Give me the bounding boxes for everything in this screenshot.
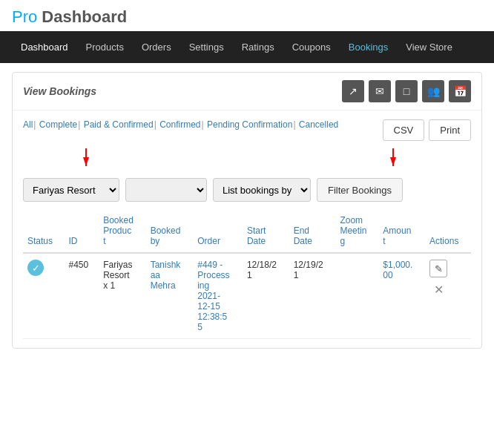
site-title-plain: Pro: [12, 7, 42, 26]
col-end-date: EndDate: [289, 209, 336, 253]
calendar-icon: 📅: [454, 85, 467, 97]
cell-amount: $1,000.00: [378, 253, 425, 339]
bookings-table: Status ID BookedProduct Bookedby Order S…: [23, 209, 471, 339]
filter-controls: Fariyas Resort List bookings by Filter B…: [23, 178, 471, 202]
delete-button[interactable]: ✕: [429, 280, 447, 298]
site-title: Pro Dashboard: [12, 7, 482, 27]
cell-id: #450: [64, 253, 99, 339]
status-confirmed-icon: ✓: [27, 260, 44, 276]
cell-start-date: 12/18/21: [243, 253, 289, 339]
booked-by-name: TanishkaaMehra: [151, 260, 181, 291]
action-icons: ✎ ✕: [429, 260, 467, 298]
email-icon-btn[interactable]: ✉: [369, 80, 391, 102]
col-id: ID: [64, 209, 99, 253]
view-bookings-panel: View Bookings ↗ ✉ □ 👥 📅: [12, 72, 482, 349]
edit-button[interactable]: ✎: [429, 260, 447, 277]
box-icon-btn[interactable]: □: [395, 80, 418, 102]
csv-button[interactable]: CSV: [383, 119, 425, 141]
filter-confirmed[interactable]: Confirmed: [159, 119, 200, 130]
edit-icon: ✎: [435, 263, 443, 274]
col-booked-by: Bookedby: [146, 209, 194, 253]
calendar-icon-btn[interactable]: 📅: [449, 80, 471, 102]
print-button[interactable]: Print: [429, 119, 471, 141]
list-by-select[interactable]: List bookings by: [213, 178, 311, 202]
site-header: Pro Dashboard: [0, 0, 494, 31]
col-actions: Actions: [425, 209, 471, 253]
cell-status: ✓: [23, 253, 64, 339]
users-icon-btn[interactable]: 👥: [422, 80, 444, 102]
nav-item-coupons[interactable]: Coupons: [283, 31, 340, 63]
filter-pending[interactable]: Pending Confirmation: [207, 119, 292, 130]
nav-item-products[interactable]: Products: [77, 31, 133, 63]
panel-header: View Bookings ↗ ✉ □ 👥 📅: [13, 73, 481, 111]
filter-all[interactable]: All: [23, 119, 33, 130]
right-arrow-annotation: [375, 148, 412, 171]
filter-links: All| Complete| Paid & Confirmed| Confirm…: [23, 119, 338, 130]
col-booked-product: BookedProduct: [99, 209, 146, 253]
external-link-icon-btn[interactable]: ↗: [342, 80, 364, 102]
site-title-bold: Dashboard: [42, 7, 127, 26]
col-status: Status: [23, 209, 64, 253]
main-nav: Dashboard Products Orders Settings Ratin…: [0, 31, 494, 63]
nav-item-view-store[interactable]: View Store: [397, 31, 461, 63]
nav-item-orders[interactable]: Orders: [133, 31, 180, 63]
external-link-icon: ↗: [349, 85, 358, 97]
secondary-select[interactable]: [125, 178, 207, 202]
filter-bookings-button[interactable]: Filter Bookings: [317, 178, 403, 202]
nav-item-dashboard[interactable]: Dashboard: [12, 31, 77, 63]
cell-booked-by: TanishkaaMehra: [146, 253, 194, 339]
cell-booked-product: FariyasResortx 1: [99, 253, 146, 339]
delete-icon: ✕: [434, 283, 444, 297]
table-row: ✓ #450 FariyasResortx 1 TanishkaaMehra #…: [23, 253, 471, 339]
export-buttons: CSV Print: [383, 119, 471, 141]
box-icon: □: [404, 85, 409, 97]
col-amount: Amount: [378, 209, 425, 253]
cell-zoom: [335, 253, 378, 339]
email-icon: ✉: [375, 85, 384, 97]
nav-item-settings[interactable]: Settings: [180, 31, 233, 63]
col-order: Order: [193, 209, 243, 253]
filter-bar: All| Complete| Paid & Confirmed| Confirm…: [13, 111, 481, 348]
nav-item-bookings[interactable]: Bookings: [340, 31, 397, 63]
left-arrow-annotation: [67, 148, 105, 171]
filter-paid-confirmed[interactable]: Paid & Confirmed: [84, 119, 154, 130]
filter-complete[interactable]: Complete: [39, 119, 77, 130]
cell-actions: ✎ ✕: [425, 253, 471, 339]
amount-value: $1,000.00: [383, 260, 412, 280]
cell-order: #449 -Processing2021-12-1512:38:55: [193, 253, 243, 339]
col-start-date: StartDate: [243, 209, 289, 253]
col-zoom: ZoomMeeting: [335, 209, 378, 253]
panel-title: View Bookings: [23, 85, 96, 97]
cell-end-date: 12/19/21: [289, 253, 336, 339]
content-area: View Bookings ↗ ✉ □ 👥 📅: [0, 63, 494, 368]
order-link[interactable]: #449 -Processing2021-12-1512:38:55: [197, 260, 229, 332]
panel-icon-group: ↗ ✉ □ 👥 📅: [342, 80, 471, 102]
resort-select[interactable]: Fariyas Resort: [23, 178, 119, 202]
users-icon: 👥: [427, 85, 440, 97]
nav-item-ratings[interactable]: Ratings: [233, 31, 283, 63]
filter-cancelled[interactable]: Cancelled: [299, 119, 338, 130]
